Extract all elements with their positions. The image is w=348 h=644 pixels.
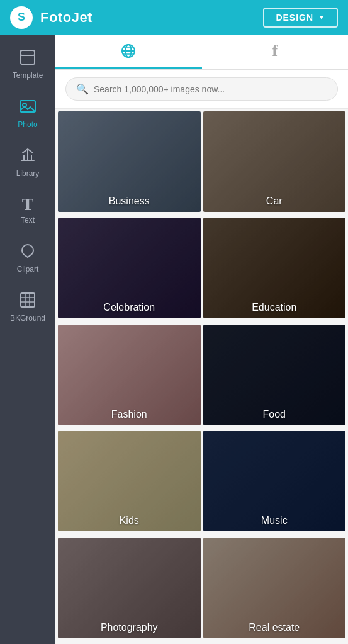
svg-rect-0	[21, 50, 35, 64]
sidebar-item-library[interactable]: Library	[0, 138, 55, 187]
photo-icon	[19, 97, 36, 118]
category-food-label: Food	[203, 404, 346, 425]
category-education-label: Education	[203, 297, 346, 318]
category-real_estate-label: Real estate	[203, 617, 346, 638]
sidebar-item-text[interactable]: T Text	[0, 187, 55, 233]
category-music[interactable]: Music	[203, 431, 346, 531]
facebook-icon: f	[272, 42, 278, 60]
category-real_estate[interactable]: Real estate	[203, 538, 346, 638]
svg-rect-4	[21, 293, 35, 307]
category-photography[interactable]: Photography	[58, 538, 201, 638]
header: S FotoJet DESIGN ▼	[0, 0, 348, 35]
category-education[interactable]: Education	[203, 218, 346, 318]
category-car-label: Car	[203, 191, 346, 212]
search-input-wrap: 🔍	[65, 77, 338, 101]
search-icon: 🔍	[76, 83, 89, 95]
search-bar: 🔍	[55, 70, 348, 109]
sidebar-template-label: Template	[13, 71, 43, 80]
clipart-icon	[19, 242, 36, 262]
main-layout: Template Photo Library	[0, 35, 348, 644]
tab-web[interactable]	[55, 35, 202, 69]
sidebar-photo-label: Photo	[18, 120, 37, 129]
category-car[interactable]: Car	[203, 111, 346, 212]
category-kids-label: Kids	[58, 510, 201, 531]
category-celebration[interactable]: Celebration	[58, 218, 201, 318]
svg-rect-1	[21, 50, 35, 55]
logo-text: FotoJet	[40, 9, 93, 26]
sidebar-clipart-label: Clipart	[17, 265, 39, 274]
sidebar-item-photo[interactable]: Photo	[0, 89, 55, 138]
sidebar-library-label: Library	[16, 169, 40, 178]
category-celebration-label: Celebration	[58, 297, 201, 318]
category-kids[interactable]: Kids	[58, 431, 201, 531]
category-music-label: Music	[203, 510, 346, 531]
sidebar-bkground-label: BKGround	[10, 314, 45, 323]
category-fashion[interactable]: Fashion	[58, 325, 201, 425]
design-button[interactable]: DESIGN ▼	[263, 8, 338, 28]
content-area: f 🔍 BusinessCarCelebrationEducationFashi…	[55, 35, 348, 644]
category-photography-label: Photography	[58, 617, 201, 638]
tab-bar: f	[55, 35, 348, 70]
globe-icon	[120, 42, 137, 60]
logo-symbol: S	[18, 11, 25, 24]
library-icon	[19, 147, 36, 167]
sidebar-item-clipart[interactable]: Clipart	[0, 233, 55, 282]
tab-facebook[interactable]: f	[202, 35, 349, 69]
design-button-label: DESIGN	[276, 13, 313, 23]
sidebar-item-bkground[interactable]: BKGround	[0, 282, 55, 331]
chevron-down-icon: ▼	[318, 14, 325, 21]
category-food[interactable]: Food	[203, 325, 346, 425]
photo-grid: BusinessCarCelebrationEducationFashionFo…	[55, 109, 348, 644]
sidebar-item-template[interactable]: Template	[0, 40, 55, 89]
template-icon	[19, 48, 36, 69]
logo-icon: S	[10, 6, 33, 29]
category-business[interactable]: Business	[58, 111, 201, 212]
category-fashion-label: Fashion	[58, 404, 201, 425]
sidebar: Template Photo Library	[0, 35, 55, 644]
bkground-icon	[19, 291, 36, 311]
search-input[interactable]	[94, 84, 327, 94]
text-icon: T	[22, 196, 34, 213]
sidebar-text-label: Text	[21, 216, 35, 225]
category-business-label: Business	[58, 191, 201, 212]
